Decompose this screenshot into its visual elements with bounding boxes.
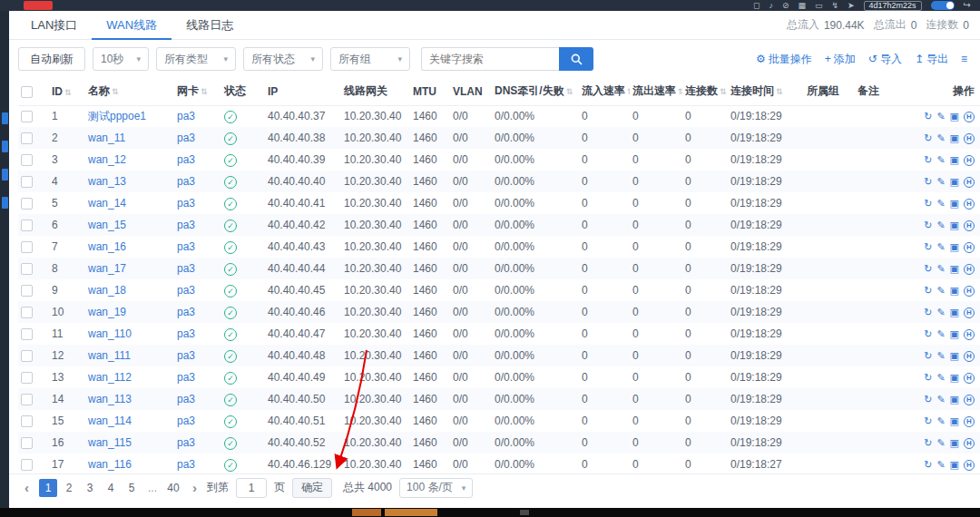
row-checkbox[interactable] <box>21 198 33 210</box>
status-filter[interactable]: 所有状态▾ <box>243 47 323 71</box>
edit-icon[interactable]: ✎ <box>936 241 945 253</box>
name-link[interactable]: wan_11 <box>88 132 125 144</box>
copy-icon[interactable]: ▣ <box>950 111 959 122</box>
name-link[interactable]: wan_17 <box>88 262 126 275</box>
reconnect-icon[interactable]: ↻ <box>924 219 932 231</box>
suspend-icon[interactable]: H <box>964 395 975 405</box>
page-5[interactable]: 5 <box>122 479 141 497</box>
alert-badge[interactable] <box>24 1 53 10</box>
header-toggle[interactable] <box>931 1 955 10</box>
nic-link[interactable]: pa3 <box>177 458 195 471</box>
search-icon[interactable]: ◻ <box>753 0 760 11</box>
edit-icon[interactable]: ✎ <box>936 328 945 340</box>
nic-link[interactable]: pa3 <box>177 327 195 340</box>
suspend-icon[interactable]: H <box>964 286 975 297</box>
name-link[interactable]: wan_18 <box>88 284 126 297</box>
reconnect-icon[interactable]: ↻ <box>924 263 932 275</box>
row-checkbox[interactable] <box>21 459 33 471</box>
name-link[interactable]: wan_112 <box>88 371 132 384</box>
nic-link[interactable]: pa3 <box>177 415 195 427</box>
block-icon[interactable]: ⊘ <box>782 0 789 11</box>
reconnect-icon[interactable]: ↻ <box>924 198 932 210</box>
suspend-icon[interactable]: H <box>964 373 975 384</box>
name-link[interactable]: wan_110 <box>88 327 132 340</box>
row-checkbox[interactable] <box>21 111 33 122</box>
tab-lan[interactable]: LAN接口 <box>16 11 92 40</box>
suspend-icon[interactable]: H <box>964 307 975 318</box>
copy-icon[interactable]: ▣ <box>950 328 959 340</box>
reconnect-icon[interactable]: ↻ <box>924 132 932 144</box>
reconnect-icon[interactable]: ↻ <box>924 307 932 318</box>
name-link[interactable]: wan_15 <box>88 219 126 231</box>
sidebar-item[interactable] <box>2 197 8 209</box>
suspend-icon[interactable]: H <box>964 112 975 122</box>
nic-link[interactable]: pa3 <box>177 132 195 144</box>
reconnect-icon[interactable]: ↻ <box>924 372 932 384</box>
col-dns[interactable]: DNS牵引/失败⇅ <box>492 78 579 105</box>
edit-icon[interactable]: ✎ <box>936 372 945 384</box>
name-link[interactable]: 测试pppoe1 <box>88 110 146 122</box>
reconnect-icon[interactable]: ↻ <box>924 459 932 471</box>
row-checkbox[interactable] <box>21 285 33 297</box>
copy-icon[interactable]: ▣ <box>950 241 959 253</box>
apps-icon[interactable]: ▦ <box>798 0 806 11</box>
row-checkbox[interactable] <box>21 219 33 231</box>
page-2[interactable]: 2 <box>60 479 78 497</box>
interval-select[interactable]: 10秒 ▾ <box>93 47 149 71</box>
col-conn[interactable]: 连接数⇅ <box>682 78 728 105</box>
reconnect-icon[interactable]: ↻ <box>924 437 932 449</box>
row-checkbox[interactable] <box>21 263 33 275</box>
suspend-icon[interactable]: H <box>964 264 975 275</box>
tab-log[interactable]: 线路日志 <box>172 11 248 40</box>
add-button[interactable]: +添加 <box>825 52 856 67</box>
reconnect-icon[interactable]: ↻ <box>924 285 932 297</box>
auto-refresh-button[interactable]: 自动刷新 <box>18 47 85 71</box>
name-link[interactable]: wan_111 <box>88 349 131 362</box>
name-link[interactable]: wan_19 <box>88 306 126 318</box>
nic-link[interactable]: pa3 <box>177 262 195 275</box>
copy-icon[interactable]: ▣ <box>950 459 959 471</box>
nic-link[interactable]: pa3 <box>177 306 195 318</box>
nic-link[interactable]: pa3 <box>177 175 195 188</box>
group-filter[interactable]: 所有组▾ <box>330 47 410 71</box>
edit-icon[interactable]: ✎ <box>936 459 945 471</box>
col-nic[interactable]: 网卡⇅ <box>174 78 221 105</box>
name-link[interactable]: wan_12 <box>88 153 126 166</box>
copy-icon[interactable]: ▣ <box>950 263 959 275</box>
copy-icon[interactable]: ▣ <box>950 437 959 449</box>
sidebar-item[interactable] <box>2 169 8 180</box>
name-link[interactable]: wan_113 <box>88 393 132 405</box>
name-link[interactable]: wan_16 <box>88 240 126 253</box>
page-4[interactable]: 4 <box>102 479 120 497</box>
prev-page-button[interactable]: ‹ <box>22 480 32 495</box>
nic-link[interactable]: pa3 <box>177 349 195 362</box>
nic-link[interactable]: pa3 <box>177 436 195 449</box>
edit-icon[interactable]: ✎ <box>936 176 945 188</box>
row-checkbox[interactable] <box>21 350 33 362</box>
nic-link[interactable]: pa3 <box>177 240 195 253</box>
copy-icon[interactable]: ▣ <box>950 198 959 210</box>
nic-link[interactable]: pa3 <box>177 197 195 210</box>
row-checkbox[interactable] <box>21 415 33 427</box>
row-checkbox[interactable] <box>21 307 33 318</box>
search-button[interactable] <box>559 47 593 71</box>
sidebar-item[interactable] <box>2 112 8 124</box>
page-40[interactable]: 40 <box>164 479 182 497</box>
row-checkbox[interactable] <box>21 328 33 340</box>
edit-icon[interactable]: ✎ <box>936 111 945 122</box>
row-checkbox[interactable] <box>21 132 33 144</box>
next-page-button[interactable]: › <box>190 480 200 495</box>
edit-icon[interactable]: ✎ <box>936 263 945 275</box>
row-checkbox[interactable] <box>21 394 33 405</box>
page-3[interactable]: 3 <box>81 479 99 497</box>
nic-link[interactable]: pa3 <box>177 393 195 405</box>
type-filter[interactable]: 所有类型▾ <box>156 47 236 71</box>
row-checkbox[interactable] <box>21 154 33 166</box>
page-1[interactable]: 1 <box>39 479 57 497</box>
batch-actions-button[interactable]: ⚙批量操作 <box>756 52 812 67</box>
suspend-icon[interactable]: H <box>964 351 975 362</box>
monitor-icon[interactable]: ▭ <box>815 0 823 11</box>
copy-icon[interactable]: ▣ <box>950 176 959 188</box>
name-link[interactable]: wan_13 <box>88 175 126 188</box>
copy-icon[interactable]: ▣ <box>950 350 959 362</box>
